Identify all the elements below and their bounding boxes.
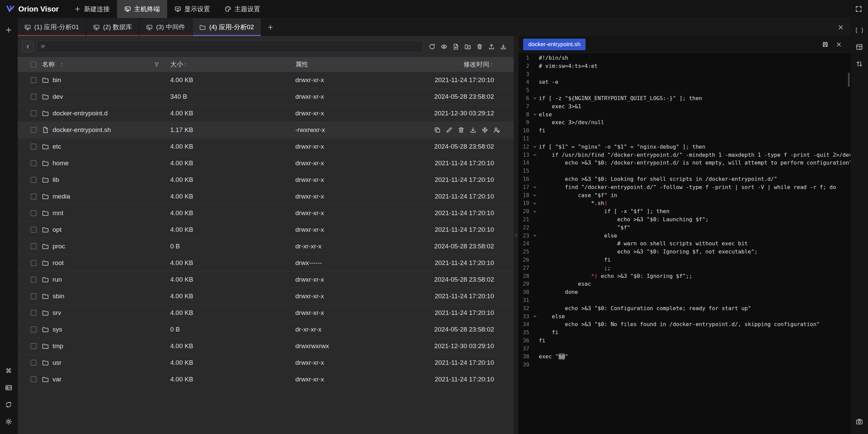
code-line: 30 done	[518, 288, 850, 296]
new-tab-button[interactable]	[261, 18, 280, 36]
file-row[interactable]: sys0 Bdr-xr-xr-x2024-05-28 23:58:02	[18, 321, 514, 338]
file-row[interactable]: run4.00 KBdrwxr-xr-x2024-05-28 23:58:02	[18, 271, 514, 288]
file-row[interactable]: proc0 Bdr-xr-xr-x2024-05-28 23:58:02	[18, 238, 514, 255]
code-editor[interactable]: 1#!/bin/sh2# vim:sw=4:ts=4:et34set -e56i…	[518, 53, 850, 434]
terminal-tab-2[interactable]: (2) 数据库	[86, 18, 139, 36]
brand[interactable]: Orion Visor	[0, 0, 67, 18]
file-row[interactable]: opt4.00 KBdrwxr-xr-x2021-11-24 17:20:10	[18, 222, 514, 238]
toolbar-new-file-button[interactable]	[450, 41, 462, 52]
row-checkbox[interactable]	[18, 343, 42, 349]
filter-button[interactable]	[154, 62, 159, 67]
toolbar-refresh-button[interactable]	[426, 41, 438, 52]
terminal-tab-4[interactable]: (4) 应用-分析02	[193, 18, 261, 36]
fold-chevron[interactable]	[531, 111, 539, 119]
row-action-move[interactable]	[481, 127, 488, 133]
row-checkbox[interactable]	[18, 360, 42, 366]
row-checkbox[interactable]	[18, 193, 42, 200]
path-input[interactable]	[37, 41, 423, 52]
row-action-permission[interactable]	[493, 127, 500, 133]
row-action-edit[interactable]	[446, 127, 453, 133]
row-checkbox[interactable]	[18, 77, 42, 83]
fold-chevron[interactable]	[531, 151, 539, 159]
row-checkbox[interactable]	[18, 260, 42, 266]
row-action-copy[interactable]	[434, 127, 441, 133]
fold-chevron[interactable]	[531, 199, 539, 207]
row-checkbox[interactable]	[18, 310, 42, 316]
row-action-download[interactable]	[470, 127, 476, 133]
rail-button-layout[interactable]	[853, 41, 866, 53]
rail-button-swap-panel[interactable]	[853, 58, 866, 70]
toolbar-download-button[interactable]	[497, 41, 509, 52]
code-text	[539, 86, 850, 94]
row-checkbox[interactable]	[18, 94, 42, 100]
nav-item-display-settings[interactable]: 显示设置	[167, 0, 217, 18]
fold-chevron[interactable]	[531, 207, 539, 215]
file-row[interactable]: etc4.00 KBdrwxr-xr-x2024-05-28 23:58:02	[18, 138, 514, 155]
select-all-checkbox[interactable]	[18, 61, 42, 68]
row-checkbox[interactable]	[18, 277, 42, 283]
terminal-tab-3[interactable]: (3) 中间件	[139, 18, 192, 36]
file-row[interactable]: mnt4.00 KBdrwxr-xr-x2021-11-24 17:20:10	[18, 205, 514, 222]
column-header-name[interactable]: 名称	[42, 60, 170, 69]
row-checkbox[interactable]	[18, 243, 42, 249]
row-checkbox[interactable]	[18, 127, 42, 133]
file-row[interactable]: bin4.00 KBdrwxr-xr-x2021-11-24 17:20:10	[18, 72, 514, 89]
file-row[interactable]: sbin4.00 KBdrwxr-xr-x2021-11-24 17:20:10	[18, 288, 514, 305]
nav-item-theme-settings[interactable]: 主题设置	[217, 0, 268, 18]
editor-close-button[interactable]	[832, 39, 846, 50]
toolbar-preview-button[interactable]	[438, 41, 450, 52]
toolbar-upload-button[interactable]	[486, 41, 497, 52]
rail-button-user-card[interactable]	[3, 381, 15, 394]
row-checkbox[interactable]	[18, 210, 42, 216]
rail-button-shortcuts[interactable]: ⌘	[3, 364, 15, 377]
nav-item-host-terminal[interactable]: 主机终端	[117, 0, 167, 18]
fold-chevron[interactable]	[531, 183, 539, 191]
terminal-tab-1[interactable]: (1) 应用-分析01	[18, 18, 86, 36]
fold-chevron[interactable]	[531, 313, 539, 321]
rail-button-snippets[interactable]: { }	[853, 24, 866, 36]
fold-chevron[interactable]	[531, 191, 539, 200]
back-button[interactable]	[22, 41, 34, 52]
row-action-delete[interactable]	[458, 127, 465, 133]
column-header-size[interactable]: 大小	[170, 60, 295, 69]
toolbar-new-folder-button[interactable]	[462, 41, 474, 52]
rail-button-add-panel[interactable]	[3, 24, 15, 36]
rail-button-screenshot[interactable]	[853, 415, 866, 428]
file-row[interactable]: docker-entrypoint.sh1.17 KB-rwxrwxr-x	[18, 122, 514, 138]
editor-scrollbar[interactable]	[848, 73, 850, 87]
file-row[interactable]: var4.00 KBdrwxr-xr-x2021-11-24 17:20:10	[18, 371, 514, 388]
rail-button-settings[interactable]	[3, 415, 15, 428]
column-header-mtime[interactable]: 修改时间	[422, 60, 514, 69]
file-mtime: 2021-12-30 03:29:10	[422, 342, 514, 350]
editor-file-tab[interactable]: docker-entrypoint.sh	[523, 39, 586, 50]
rail-button-transfer[interactable]	[3, 398, 15, 411]
file-row[interactable]: home4.00 KBdrwxr-xr-x2021-11-24 17:20:10	[18, 155, 514, 172]
row-checkbox[interactable]	[18, 110, 42, 116]
save-button[interactable]	[818, 39, 832, 50]
toolbar-delete-button[interactable]	[474, 41, 486, 52]
close-all-tabs-button[interactable]	[831, 18, 850, 36]
row-checkbox[interactable]	[18, 227, 42, 233]
fold-chevron[interactable]	[531, 143, 539, 151]
fullscreen-button[interactable]	[849, 0, 868, 18]
fold-chevron[interactable]	[531, 232, 539, 240]
file-row[interactable]: root4.00 KBdrwx------2021-11-24 17:20:10	[18, 255, 514, 271]
row-checkbox[interactable]	[18, 293, 42, 299]
file-row[interactable]: docker-entrypoint.d4.00 KBdrwxr-xr-x2021…	[18, 105, 514, 122]
file-row[interactable]: media4.00 KBdrwxr-xr-x2021-11-24 17:20:1…	[18, 188, 514, 205]
file-row[interactable]: tmp4.00 KBdrwxrwxrwx2021-12-30 03:29:10	[18, 338, 514, 355]
fold-chevron[interactable]	[531, 94, 539, 102]
row-checkbox[interactable]	[18, 144, 42, 150]
file-row[interactable]: usr4.00 KBdrwxr-xr-x2021-11-24 17:20:10	[18, 355, 514, 371]
file-manager-toolbar	[18, 36, 514, 57]
panel-resizer[interactable]	[514, 36, 518, 434]
row-checkbox[interactable]	[18, 376, 42, 382]
row-checkbox[interactable]	[18, 160, 42, 166]
row-checkbox[interactable]	[18, 177, 42, 183]
file-row[interactable]: dev340 Bdrwxr-xr-x2024-05-28 23:58:02	[18, 89, 514, 105]
nav-item-new-connection[interactable]: 新建连接	[67, 0, 117, 18]
row-checkbox[interactable]	[18, 326, 42, 333]
file-row[interactable]: srv4.00 KBdrwxr-xr-x2021-11-24 17:20:10	[18, 305, 514, 321]
file-row[interactable]: lib4.00 KBdrwxr-xr-x2021-11-24 17:20:10	[18, 172, 514, 188]
terminal-tabbar: (1) 应用-分析01(2) 数据库(3) 中间件(4) 应用-分析02	[18, 18, 850, 36]
